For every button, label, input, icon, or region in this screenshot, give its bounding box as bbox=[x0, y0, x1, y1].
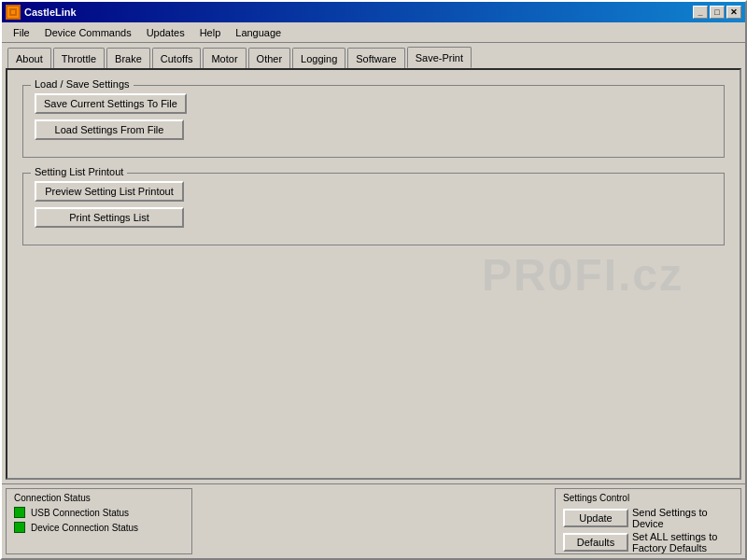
tab-other[interactable]: Other bbox=[248, 48, 291, 68]
window-title: CastleLink bbox=[24, 7, 693, 18]
update-button[interactable]: Update bbox=[563, 509, 628, 527]
tab-cutoffs[interactable]: Cutoffs bbox=[152, 48, 202, 68]
usb-status-item: USB Connection Status bbox=[14, 507, 184, 518]
defaults-button[interactable]: Defaults bbox=[563, 533, 628, 552]
status-spacer bbox=[196, 488, 551, 554]
print-button[interactable]: Print Settings List bbox=[35, 207, 184, 228]
update-row: Update Send Settings to Device bbox=[563, 507, 733, 529]
print-group: Setting List Printout Preview Setting Li… bbox=[22, 173, 725, 245]
tab-logging[interactable]: Logging bbox=[292, 48, 345, 68]
menu-help[interactable]: Help bbox=[192, 25, 229, 40]
maximize-button[interactable]: □ bbox=[710, 6, 725, 19]
settings-control-panel: Settings Control Update Send Settings to… bbox=[555, 488, 741, 554]
device-status-item: Device Connection Status bbox=[14, 522, 184, 533]
send-label: Send Settings to Device bbox=[632, 507, 733, 529]
connection-status-panel: Connection Status USB Connection Status … bbox=[6, 488, 192, 554]
minimize-button[interactable]: _ bbox=[693, 6, 708, 19]
title-bar-buttons: _ □ ✕ bbox=[693, 6, 741, 19]
usb-status-label: USB Connection Status bbox=[31, 508, 129, 518]
save-settings-button[interactable]: Save Current Settings To File bbox=[35, 93, 187, 114]
factory-label: Set ALL settings to Factory Defaults bbox=[632, 531, 733, 553]
title-bar: CastleLink _ □ ✕ bbox=[2, 2, 745, 22]
device-led bbox=[14, 522, 25, 533]
tabs-bar: About Throttle Brake Cutoffs Motor Other… bbox=[2, 43, 745, 68]
load-save-title: Load / Save Settings bbox=[31, 78, 134, 90]
tab-about[interactable]: About bbox=[7, 48, 51, 68]
settings-control-title: Settings Control bbox=[563, 493, 733, 503]
tab-brake[interactable]: Brake bbox=[106, 48, 150, 68]
main-window: CastleLink _ □ ✕ File Device Commands Up… bbox=[0, 0, 747, 560]
load-settings-button[interactable]: Load Settings From File bbox=[35, 119, 184, 140]
preview-button[interactable]: Preview Setting List Printout bbox=[35, 181, 184, 202]
status-bar: Connection Status USB Connection Status … bbox=[2, 483, 745, 558]
svg-rect-3 bbox=[11, 10, 15, 14]
watermark: PR0FI.cz bbox=[482, 248, 684, 300]
tab-save-print[interactable]: Save-Print bbox=[407, 47, 472, 68]
device-status-label: Device Connection Status bbox=[31, 523, 138, 533]
close-button[interactable]: ✕ bbox=[726, 6, 741, 19]
load-save-group: Load / Save Settings Save Current Settin… bbox=[22, 85, 725, 158]
tab-throttle[interactable]: Throttle bbox=[53, 48, 105, 68]
tab-software[interactable]: Software bbox=[347, 48, 404, 68]
usb-led bbox=[14, 507, 25, 518]
defaults-row: Defaults Set ALL settings to Factory Def… bbox=[563, 531, 733, 553]
menu-file[interactable]: File bbox=[6, 25, 37, 40]
print-title: Setting List Printout bbox=[31, 166, 127, 177]
menu-device-commands[interactable]: Device Commands bbox=[37, 25, 139, 40]
connection-status-title: Connection Status bbox=[14, 493, 184, 503]
menu-bar: File Device Commands Updates Help Langua… bbox=[2, 22, 745, 43]
tab-motor[interactable]: Motor bbox=[203, 48, 246, 68]
menu-updates[interactable]: Updates bbox=[139, 25, 192, 40]
main-content: PR0FI.cz Load / Save Settings Save Curre… bbox=[6, 68, 741, 480]
app-icon bbox=[6, 5, 21, 20]
menu-language[interactable]: Language bbox=[228, 25, 289, 40]
